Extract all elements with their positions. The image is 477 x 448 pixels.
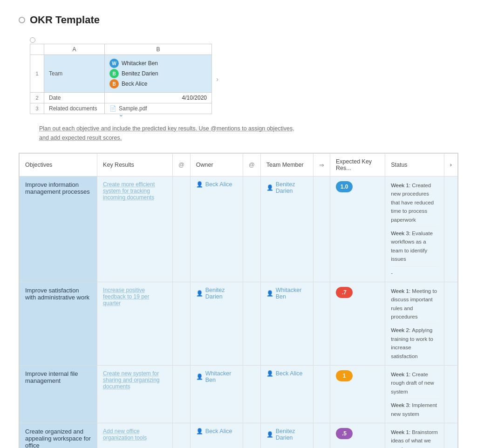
- key-result-text-1: Create more efficient system for trackin…: [103, 181, 155, 201]
- key-result-cell-3: Create new system for sharing and organi…: [97, 366, 173, 423]
- header-at1: @: [173, 154, 191, 176]
- file-cell: 📄 Sample.pdf: [109, 105, 207, 112]
- objective-text-1: Improve information management processes: [25, 181, 90, 195]
- objective-cell-2: Improve satisfaction with administrative…: [20, 282, 97, 365]
- ss-top-row: [30, 37, 458, 43]
- expand-down-icon[interactable]: ⌄: [118, 110, 124, 118]
- status-cell-2: Week 1: Meeting to discuss important rul…: [385, 282, 444, 365]
- header-objectives: Objectives: [20, 154, 97, 176]
- member-link-2[interactable]: 👤 Whitacker Ben: [266, 287, 307, 300]
- avatar-row-1: W Whitacker Ben: [109, 59, 207, 68]
- table-row: Improve satisfaction with administrative…: [20, 282, 458, 365]
- header-expand[interactable]: ›: [444, 154, 457, 176]
- ss-radio-icon[interactable]: [30, 37, 35, 43]
- owner-name-1: Beck Alice: [205, 181, 232, 188]
- status-cell-4: Week 1: Brainstorm ideas of what we need…: [385, 423, 444, 448]
- expected-badge-3: 1: [336, 370, 353, 381]
- status-text-2: Week 1: Meeting to discuss important rul…: [391, 287, 438, 360]
- ss-row-2: 2 Date 4/10/2020: [30, 93, 212, 103]
- owner-link-3[interactable]: 👤 Whitacker Ben: [196, 370, 237, 383]
- avatar-beck: B: [109, 79, 119, 88]
- header-at2: @: [243, 154, 261, 176]
- header-owner: Owner: [190, 154, 243, 176]
- member-name-1: Whitacker Ben: [122, 60, 158, 67]
- expected-cell-4: .5: [330, 423, 385, 448]
- table-row: Improve internal file management Create …: [20, 366, 458, 423]
- owner-link-4[interactable]: 👤 Beck Alice: [196, 428, 237, 434]
- status-week-2a: Week 1:: [391, 288, 412, 294]
- member-name-3: Beck Alice: [276, 370, 303, 377]
- person-icon: 👤: [266, 370, 273, 377]
- ss-row-1: 1 Team W Whitacker Ben B Benitez Dari: [30, 55, 212, 93]
- status-week-2b: Week 2:: [391, 327, 412, 333]
- owner-cell-2: 👤 Benitez Darien: [190, 282, 243, 365]
- member-cell-3: 👤 Beck Alice: [260, 366, 313, 423]
- expected-badge-1: 1.0: [336, 181, 353, 192]
- at2-cell-4: [243, 423, 261, 448]
- arrow-cell-3: [313, 366, 330, 423]
- expand-col-3: [444, 366, 457, 423]
- member-link-4[interactable]: 👤 Benitez Darien: [266, 428, 307, 441]
- person-icon: 👤: [266, 184, 273, 191]
- expand-col-2: [444, 282, 457, 365]
- member-cell-4: 👤 Benitez Darien: [260, 423, 313, 448]
- status-text-3: Week 1: Create rough draft of new system…: [391, 370, 438, 418]
- key-result-text-4: Add new office organization tools: [103, 428, 147, 441]
- objective-text-2: Improve satisfaction with administrative…: [25, 287, 89, 301]
- ss-cell-team-members: W Whitacker Ben B Benitez Darien B Beck …: [105, 55, 212, 93]
- file-icon: 📄: [109, 105, 116, 112]
- at1-cell-2: [173, 282, 191, 365]
- person-icon: 👤: [266, 431, 273, 438]
- member-link-3[interactable]: 👤 Beck Alice: [266, 370, 307, 377]
- owner-cell-4: 👤 Beck Alice: [190, 423, 243, 448]
- person-icon: 👤: [196, 181, 203, 188]
- header-key-results: Key Results: [97, 154, 173, 176]
- objective-cell-1: Improve information management processes: [20, 176, 97, 282]
- key-result-text-2: Increase positive feedback to 19 per qua…: [103, 287, 149, 306]
- page-title-row: OKR Template: [19, 14, 458, 26]
- spreadsheet-table: A B 1 Team W Whitacker Ben: [30, 44, 212, 114]
- owner-name-2: Benitez Darien: [205, 287, 237, 300]
- at2-cell-1: [243, 176, 261, 282]
- key-result-text-3: Create new system for sharing and organi…: [103, 370, 159, 390]
- page-container: OKR Template A B 1 Team: [0, 0, 477, 448]
- objective-cell-4: Create organized and appealing workspace…: [20, 423, 97, 448]
- avatar-row-3: B Beck Alice: [109, 79, 207, 88]
- avatar-whitacker: W: [109, 59, 119, 68]
- title-circle-icon: [19, 17, 25, 23]
- member-name-4: Benitez Darien: [276, 428, 307, 441]
- objective-text-3: Improve internal file management: [25, 370, 78, 384]
- objective-text-4: Create organized and appealing workspace…: [25, 428, 91, 448]
- status-week-3a: Week 1:: [391, 372, 412, 377]
- person-icon: 👤: [196, 428, 203, 434]
- expected-badge-2: .7: [336, 287, 353, 298]
- owner-link-1[interactable]: 👤 Beck Alice: [196, 181, 237, 188]
- header-expected: Expected Key Res...: [330, 154, 385, 176]
- at2-cell-2: [243, 282, 261, 365]
- okr-table-wrapper: Objectives Key Results @ Owner @ Team Me…: [19, 153, 458, 448]
- spreadsheet-section: A B 1 Team W Whitacker Ben: [30, 37, 458, 115]
- at1-cell-1: [173, 176, 191, 282]
- expected-badge-4: .5: [336, 428, 353, 439]
- status-week-1b: Week 3:: [391, 231, 412, 236]
- arrow-cell-1: [313, 176, 330, 282]
- member-name-3: Beck Alice: [122, 81, 147, 87]
- status-week-1a: Week 1:: [391, 183, 412, 188]
- table-row: Create organized and appealing workspace…: [20, 423, 458, 448]
- expand-right-icon[interactable]: ›: [216, 75, 218, 83]
- at2-cell-3: [243, 366, 261, 423]
- owner-link-2[interactable]: 👤 Benitez Darien: [196, 287, 237, 300]
- status-text-1: Week 1: Created new procedures that have…: [391, 181, 438, 277]
- key-result-cell-1: Create more efficient system for trackin…: [97, 176, 173, 282]
- member-name-2: Benitez Darien: [122, 70, 158, 77]
- ss-cell-date-value: 4/10/2020: [105, 93, 212, 103]
- ss-col-a-header: A: [44, 44, 105, 55]
- member-link-1[interactable]: 👤 Benitez Darien: [266, 181, 307, 194]
- ss-header-row: A B: [30, 44, 212, 55]
- owner-name-3: Whitacker Ben: [205, 370, 237, 383]
- status-desc-1a: Created new procedures that have reduced…: [391, 183, 434, 223]
- person-icon: 👤: [266, 290, 273, 297]
- member-cell-1: 👤 Benitez Darien: [260, 176, 313, 282]
- okr-header-row: Objectives Key Results @ Owner @ Team Me…: [20, 154, 458, 176]
- header-arrow: ⇒: [313, 154, 330, 176]
